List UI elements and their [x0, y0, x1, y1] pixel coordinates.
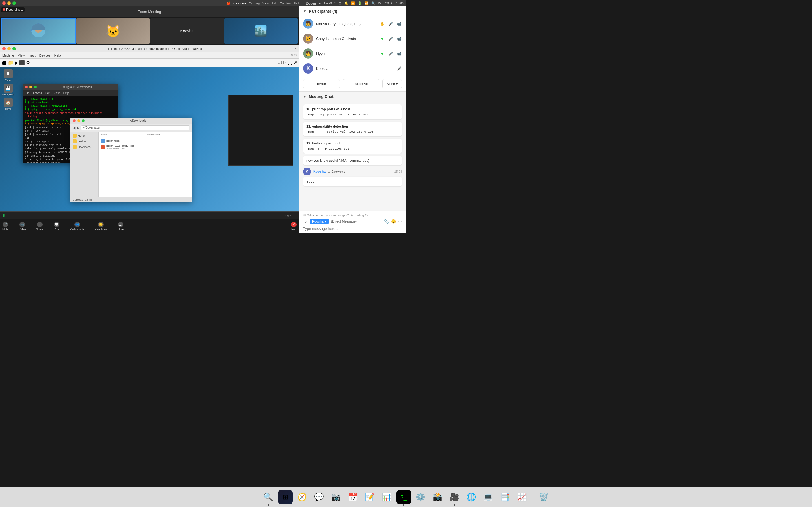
vbox-desktop[interactable]: 🗑 Trash 💾 File System 🏠 Home — [0, 67, 299, 219]
fm-back[interactable]: ◀ — [73, 126, 75, 130]
vbox-close[interactable] — [2, 47, 6, 50]
fm-forward[interactable]: ▶ — [77, 126, 80, 130]
bell-icon[interactable]: 🔔 — [344, 1, 348, 5]
terminal-menubar: File Actions Edit View Help — [22, 90, 118, 96]
chat-section-header[interactable]: ▼ Meeting Chat — [299, 92, 406, 102]
cheysha-mic[interactable]: 🎤 — [388, 36, 394, 41]
more-chevron: ▾ — [396, 82, 398, 86]
desktop-icon-filesystem[interactable]: 💾 File System — [2, 83, 14, 96]
chat-text-input[interactable] — [303, 226, 402, 231]
video-control[interactable]: 📹 Video — [16, 221, 28, 232]
fm-sidebar-home[interactable]: Home — [71, 133, 97, 138]
more-control[interactable]: … More — [115, 221, 126, 232]
term-edit[interactable]: Edit — [45, 92, 50, 95]
terminal-close[interactable] — [25, 86, 28, 89]
search-icon[interactable]: 🔍 — [371, 1, 375, 5]
term-help[interactable]: Help — [63, 92, 69, 95]
term-actions[interactable]: Actions — [33, 92, 42, 95]
battery-icon[interactable]: 🔋 — [358, 1, 362, 5]
liyyu-green[interactable]: ● — [379, 51, 385, 56]
emoji-icon[interactable]: 😊 — [391, 219, 396, 224]
zoom-menu-item[interactable]: zoom.us — [233, 1, 246, 5]
meeting-menu[interactable]: Meeting — [249, 1, 260, 5]
vbox-menu-machine[interactable]: Machine — [2, 54, 14, 57]
fm-sidebar-desktop[interactable]: Desktop — [71, 138, 97, 144]
view-menu[interactable]: View — [262, 1, 269, 5]
vbox-menu-devices[interactable]: Devices — [40, 54, 50, 57]
fm-close[interactable] — [73, 119, 75, 122]
vbox-menu-input[interactable]: Input — [29, 54, 35, 57]
main-video-content: kali-linux-2022.4-virtualbox-amd64 [Runn… — [0, 45, 299, 219]
bluetooth-icon[interactable]: 📶 — [351, 1, 355, 5]
marisa-info: Marisa Paryasto (Host, me) — [316, 21, 377, 26]
term-view[interactable]: View — [54, 92, 60, 95]
fm-max[interactable] — [82, 119, 85, 122]
vbox-menu-help[interactable]: Help — [54, 54, 61, 57]
marisa-video[interactable]: 📹 — [396, 21, 402, 26]
chat-visibility-note: 👁 Who can see your messages? Recording O… — [303, 214, 402, 217]
fm-sidebar-downloads[interactable]: Downloads — [71, 144, 97, 150]
filemanager-main[interactable]: Name Date Modified ipscan folder — [99, 132, 192, 202]
vbox-menu-view[interactable]: View — [18, 54, 25, 57]
desktop-icon-home[interactable]: 🏠 Home — [2, 98, 14, 110]
grid-view-icon[interactable]: ⊞ — [339, 1, 342, 5]
vbox-minimize[interactable] — [7, 47, 11, 50]
marisa-mic[interactable]: 🎤 — [388, 21, 394, 26]
file-attach-icon[interactable]: 📎 — [384, 219, 389, 224]
invite-button[interactable]: Invite — [303, 79, 340, 89]
thumbnail-koosha[interactable]: Koosha — [150, 18, 224, 44]
thumbnail-cat[interactable]: 🐱 — [77, 18, 150, 44]
thumbnail-marisa[interactable] — [1, 18, 76, 44]
participants-control[interactable]: 👥 Participants — [67, 221, 87, 232]
vbox-play-icon[interactable]: ▶ — [15, 60, 18, 65]
terminal-titlebar: kali@kali: ~/Downloads — [22, 84, 118, 90]
reactions-icon: 😊 — [98, 222, 104, 227]
window-controls[interactable] — [2, 1, 16, 5]
mute-all-button[interactable]: Mute All — [343, 79, 380, 89]
marisa-raise-hand[interactable]: ✋ — [379, 21, 385, 26]
desktop-icon-trash[interactable]: 🗑 Trash — [2, 69, 14, 81]
chat-control[interactable]: 💬 Chat — [51, 221, 62, 232]
vbox-tool-icon[interactable]: ⬤ — [2, 60, 7, 65]
share-control[interactable]: ↑ Share — [34, 221, 46, 232]
mute-control[interactable]: 🎤 Mute — [0, 221, 11, 232]
end-control[interactable]: ✕ End — [289, 221, 299, 232]
participants-label: Participants — [70, 228, 84, 231]
wifi-icon[interactable]: 📶 — [364, 1, 368, 5]
cheysha-video[interactable]: 📹 — [396, 36, 402, 41]
reactions-control[interactable]: 😊 Reactions — [93, 221, 109, 232]
fm-path[interactable]: ~/Downloads — [81, 125, 190, 130]
participant-cheysha: 🐱 Cheyshammah Chalysta ● 🎤 📹 — [299, 31, 406, 46]
vbox-settings-icon[interactable]: ⚙ — [26, 60, 30, 65]
help-menu[interactable]: Help — [294, 1, 301, 5]
more-options-icon[interactable]: ⋯ — [398, 219, 402, 224]
term-file[interactable]: File — [25, 92, 29, 95]
koosha-name: Koosha — [316, 66, 328, 71]
koosha-chat-avatar: K — [303, 168, 311, 175]
liyyu-video[interactable]: 📹 — [396, 51, 402, 56]
maximize-button[interactable] — [12, 1, 16, 5]
fm-file-1[interactable]: ipscan folder — [100, 138, 191, 144]
vbox-stop-icon[interactable]: ⬛ — [19, 60, 25, 65]
edit-menu[interactable]: Edit — [272, 1, 277, 5]
fm-file-2[interactable]: ipscan_3.9.0_amd64.deb 18 December 2022.… — [100, 144, 191, 151]
vbox-maximize[interactable] — [12, 47, 16, 50]
fm-min[interactable] — [77, 119, 80, 122]
cheysha-green[interactable]: ● — [379, 36, 385, 41]
terminal-max[interactable] — [34, 86, 37, 89]
recipient-selector[interactable]: Koosha ▾ — [310, 219, 329, 224]
terminal-min[interactable] — [29, 86, 32, 89]
koosha-mic[interactable]: 🎤 — [396, 66, 402, 71]
vbox-folder-icon[interactable]: 📁 — [8, 60, 13, 65]
more-button[interactable]: More ▾ — [382, 79, 402, 89]
minimize-button[interactable] — [7, 1, 11, 5]
close-button[interactable] — [2, 1, 6, 5]
vbox-scale-icon[interactable]: ⤢ — [294, 60, 297, 65]
liyyu-mic[interactable]: 🎤 — [388, 51, 394, 56]
fm-home-label: Home — [78, 134, 85, 137]
thumbnail-building[interactable]: 🏙️ — [224, 18, 298, 44]
vbox-close-x[interactable]: ✕ — [294, 47, 297, 50]
participants-header[interactable]: ▼ Participants (4) — [299, 6, 406, 16]
vbox-fullscreen-icon[interactable]: ⛶ — [288, 60, 292, 65]
window-menu[interactable]: Window — [280, 1, 291, 5]
